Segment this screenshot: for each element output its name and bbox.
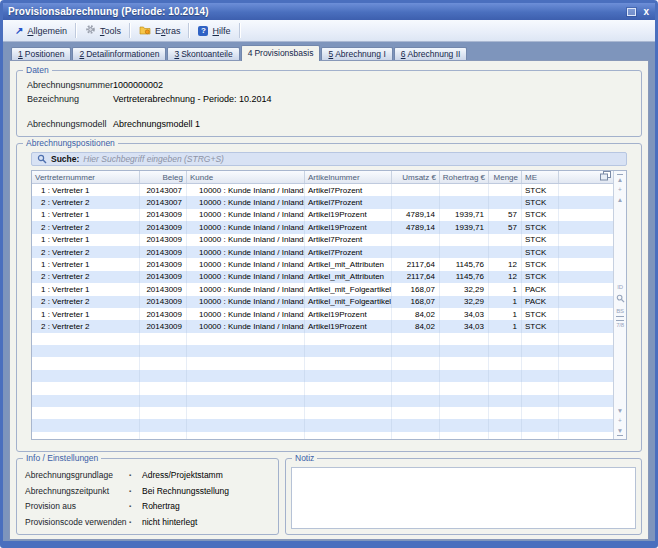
column-header-4[interactable]: Artikelnummer [305, 171, 392, 183]
table-cell [522, 382, 559, 394]
table-cell: 2 : Vertreter 2 [32, 221, 140, 233]
column-header-1[interactable]: Vertreternummer [32, 171, 140, 183]
tab-positionen[interactable]: 1Positionen [11, 47, 71, 60]
table-cell: STCK [522, 308, 559, 320]
restore-button[interactable] [627, 8, 636, 16]
folder-icon [139, 25, 151, 37]
table-row[interactable]: 1 : Vertreter 12014300710000 : Kunde Inl… [32, 184, 613, 196]
menu-item-label: Allgemein [27, 26, 67, 36]
quick-search-icon[interactable] [616, 294, 625, 305]
table-cell: 20143009 [140, 296, 187, 308]
scroll-up-icon[interactable]: ▲ [617, 196, 623, 203]
table-cell: STCK [522, 209, 559, 221]
tab-abrechnung-i[interactable]: 5Abrechnung I [321, 47, 392, 60]
table-cell [489, 407, 522, 419]
info-rows: Abrechnungsgrundlage▪Adress/Projektstamm… [25, 468, 270, 530]
table-row[interactable]: 2 : Vertreter 22014300910000 : Kunde Inl… [32, 320, 613, 332]
table-row[interactable]: 1 : Vertreter 12014300910000 : Kunde Inl… [32, 283, 613, 295]
search-input[interactable]: Suche: Hier Suchbegriff eingeben (STRG+S… [31, 152, 627, 166]
table-row-empty [32, 382, 613, 394]
column-header-7[interactable]: Menge [489, 171, 522, 183]
menu-item-hilfe[interactable]: ?Hilfe [190, 20, 238, 41]
table-cell [522, 333, 559, 345]
strip-bs-icon[interactable]: BS [616, 308, 623, 317]
scroll-last-icon[interactable]: ▼ [617, 427, 623, 436]
table-cell: 20143007 [140, 184, 187, 196]
table-cell [489, 395, 522, 407]
table-cell: 20143009 [140, 258, 187, 270]
table-cell [440, 419, 489, 431]
column-header-8[interactable]: ME [522, 171, 559, 183]
table-cell [305, 395, 392, 407]
titlebar: Provisionsabrechnung (Periode: 10.2014) … [3, 3, 655, 20]
table-cell: 4789,14 [392, 209, 440, 221]
bullet-icon: ▪ [129, 468, 142, 484]
table-row-empty [32, 357, 613, 369]
table-cell-filler [559, 283, 613, 295]
info-row-label: Provision aus [25, 499, 129, 515]
table-cell: 32,29 [440, 283, 489, 295]
info-row-label: Abrechnungsgrundlage [25, 468, 129, 484]
info-row-value: nicht hinterlegt [142, 515, 197, 531]
table-cell: 10000 : Kunde Inland / Inlandsort [187, 196, 305, 208]
table-cell: Artikel7Prozent [305, 234, 392, 246]
record-id-icon[interactable]: ID [617, 284, 622, 291]
table-cell: 1 [489, 296, 522, 308]
menu-item-label: Extras [155, 26, 181, 36]
menu-item-extras[interactable]: Extras [131, 20, 189, 41]
close-button[interactable]: x [642, 7, 650, 17]
table-cell: 34,03 [440, 320, 489, 332]
table-cell: 168,07 [392, 296, 440, 308]
column-chooser-icon[interactable] [600, 171, 611, 183]
table-cell [489, 357, 522, 369]
table-cell: 20143009 [140, 209, 187, 221]
table-row[interactable]: 1 : Vertreter 12014300910000 : Kunde Inl… [32, 209, 613, 221]
table-row[interactable]: 2 : Vertreter 22014300910000 : Kunde Inl… [32, 221, 613, 233]
column-header-2[interactable]: Beleg [140, 171, 187, 183]
notiz-textarea[interactable] [291, 467, 636, 529]
table-cell: 10000 : Kunde Inland / Inlandsort [187, 246, 305, 258]
table-cell [392, 407, 440, 419]
table-row[interactable]: 2 : Vertreter 22014300910000 : Kunde Inl… [32, 271, 613, 283]
tab-skontoanteile[interactable]: 3Skontoanteile [167, 47, 239, 60]
table-cell [32, 395, 140, 407]
info-row-label: Provisionscode verwenden [25, 515, 129, 531]
table-cell: 2 : Vertreter 2 [32, 196, 140, 208]
column-header-5[interactable]: Umsatz € [392, 171, 440, 183]
table-row[interactable]: 2 : Vertreter 22014300910000 : Kunde Inl… [32, 246, 613, 258]
table-cell: Artikel19Prozent [305, 320, 392, 332]
table-cell-filler [559, 221, 613, 233]
table-row[interactable]: 2 : Vertreter 22014300710000 : Kunde Inl… [32, 196, 613, 208]
table-cell-filler [559, 209, 613, 221]
table-row[interactable]: 1 : Vertreter 12014300910000 : Kunde Inl… [32, 234, 613, 246]
table-cell: STCK [522, 221, 559, 233]
column-header-3[interactable]: Kunde [187, 171, 305, 183]
table-cell [305, 432, 392, 439]
bullet-icon: ▪ [129, 499, 142, 515]
tab-abrechnung-ii[interactable]: 6Abrechnung II [394, 47, 468, 60]
tab-detailinformationen[interactable]: 2Detailinformationen [72, 47, 166, 60]
menu-item-tools[interactable]: Tools [77, 20, 129, 41]
table-row[interactable]: 1 : Vertreter 12014300910000 : Kunde Inl… [32, 258, 613, 270]
tab-provisionsbasis[interactable]: 4Provisionsbasis [241, 45, 321, 61]
info-row-value: Adress/Projektstamm [142, 468, 223, 484]
daten-field-label: Bezeichnung [27, 93, 113, 105]
table-row[interactable]: 2 : Vertreter 22014300910000 : Kunde Inl… [32, 296, 613, 308]
app-window: Provisionsabrechnung (Periode: 10.2014) … [0, 0, 658, 548]
menu-item-allgemein[interactable]: ↗Allgemein [7, 20, 75, 41]
table-cell-filler [559, 184, 613, 196]
table-cell-filler [559, 234, 613, 246]
table-cell [140, 432, 187, 439]
column-header-6[interactable]: Rohertrag € [440, 171, 489, 183]
table-row[interactable]: 1 : Vertreter 12014300910000 : Kunde Inl… [32, 308, 613, 320]
strip-fraction-icon[interactable]: 7/8 [616, 320, 623, 329]
scroll-first-icon[interactable]: ▲ [617, 174, 623, 183]
scroll-down-icon[interactable]: ▼ [617, 407, 623, 414]
scroll-page-up-icon[interactable]: + [618, 186, 622, 193]
scroll-page-down-icon[interactable]: + [618, 417, 622, 424]
table-cell [522, 395, 559, 407]
table-cell [489, 432, 522, 439]
positionen-groupbox: Abrechnungspositionen Suche: Hier Suchbe… [16, 143, 642, 452]
table-cell [140, 419, 187, 431]
info-row-label: Abrechnungszeitpunkt [25, 484, 129, 500]
